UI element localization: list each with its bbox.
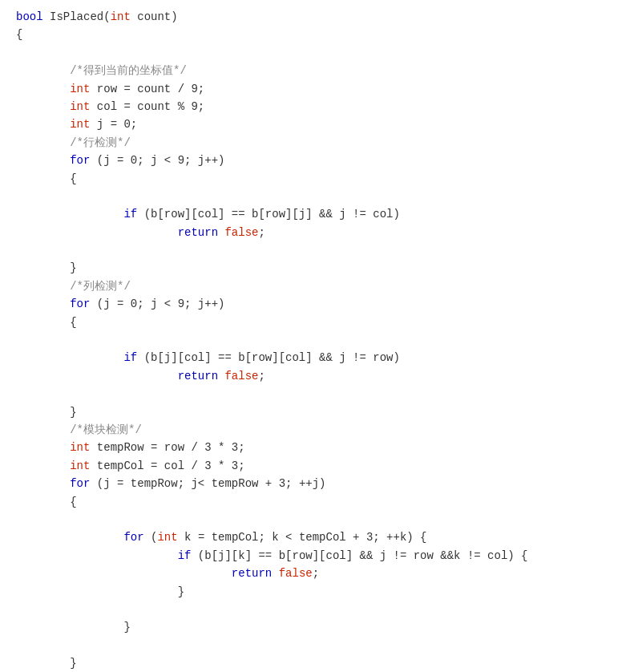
- code-token: IsPlaced(: [43, 10, 111, 23]
- code-token: if: [123, 351, 137, 364]
- code-line: int col = count % 9;: [16, 98, 618, 115]
- code-token: [16, 154, 70, 167]
- code-line: for (int k = tempCol; k < tempCol + 3; +…: [16, 528, 618, 546]
- code-token: false: [224, 226, 258, 239]
- code-token: [16, 136, 70, 149]
- code-token: [16, 423, 70, 436]
- code-token: tempCol = col / 3 * 3;: [90, 459, 244, 472]
- code-token: {: [16, 172, 77, 185]
- code-token: (j = tempRow; j< tempRow + 3; ++j): [90, 477, 325, 490]
- code-line: for (j = 0; j < 9; j++): [16, 295, 618, 313]
- code-line: return false;: [16, 565, 618, 582]
- code-editor: bool IsPlaced(int count){ /*得到当前的坐标值*/ i…: [0, 0, 634, 672]
- code-token: ;: [258, 226, 265, 239]
- code-token: [16, 370, 178, 383]
- code-token: j = 0;: [90, 118, 137, 131]
- code-token: if: [123, 208, 137, 221]
- code-token: int: [157, 531, 177, 544]
- code-line: /*得到当前的坐标值*/: [16, 62, 618, 79]
- code-line: bool IsPlaced(int count): [16, 8, 618, 26]
- code-line: [16, 188, 618, 205]
- code-token: (b[j][col] == b[row][col] && j != row): [137, 351, 400, 364]
- code-token: /*列检测*/: [70, 280, 131, 293]
- code-token: [16, 531, 123, 544]
- code-token: false: [224, 370, 258, 383]
- code-token: int: [70, 100, 90, 113]
- code-token: [16, 100, 70, 113]
- code-token: if: [178, 549, 192, 562]
- code-token: }: [16, 406, 77, 419]
- code-line: for (j = tempRow; j< tempRow + 3; ++j): [16, 475, 618, 492]
- code-line: /*行检测*/: [16, 134, 618, 152]
- code-token: count): [131, 10, 178, 23]
- code-line: [16, 511, 618, 528]
- code-line: {: [16, 170, 618, 188]
- code-token: }: [16, 585, 184, 598]
- code-token: int: [70, 118, 90, 131]
- code-token: for: [70, 298, 90, 310]
- code-line: }: [16, 618, 618, 636]
- code-line: }: [16, 583, 618, 601]
- code-token: {: [16, 316, 77, 329]
- code-token: [16, 459, 70, 472]
- code-token: (: [144, 531, 158, 544]
- code-line: }: [16, 654, 618, 672]
- code-token: [16, 549, 178, 562]
- code-line: for (j = 0; j < 9; j++): [16, 152, 618, 169]
- code-line: {: [16, 493, 618, 511]
- code-token: [16, 280, 70, 293]
- code-token: false: [279, 567, 313, 580]
- code-token: [16, 477, 70, 490]
- code-token: (j = 0; j < 9; j++): [90, 298, 224, 310]
- code-token: return: [178, 370, 218, 383]
- code-token: for: [70, 154, 90, 167]
- code-line: if (b[j][k] == b[row][col] && j != row &…: [16, 547, 618, 565]
- code-token: [16, 441, 70, 454]
- code-token: {: [16, 496, 77, 508]
- code-line: if (b[row][col] == b[row][j] && j != col…: [16, 205, 618, 223]
- code-token: /*得到当前的坐标值*/: [70, 64, 187, 77]
- code-line: {: [16, 26, 618, 43]
- code-token: int: [70, 441, 90, 454]
- code-line: int row = count / 9;: [16, 80, 618, 98]
- code-token: [16, 64, 70, 77]
- code-line: [16, 385, 618, 403]
- code-token: [272, 567, 278, 580]
- code-token: [16, 208, 123, 221]
- code-token: }: [16, 621, 131, 634]
- code-line: [16, 241, 618, 259]
- code-token: ;: [313, 567, 319, 580]
- code-token: tempRow = row / 3 * 3;: [90, 441, 244, 454]
- code-token: [16, 298, 70, 310]
- code-line: if (b[j][col] == b[row][col] && j != row…: [16, 349, 618, 366]
- code-token: row = count / 9;: [90, 83, 204, 95]
- code-token: (j = 0; j < 9; j++): [90, 154, 224, 167]
- code-token: col = count % 9;: [90, 100, 204, 113]
- code-token: for: [123, 531, 143, 544]
- code-line: int tempRow = row / 3 * 3;: [16, 439, 618, 456]
- code-token: ;: [258, 370, 265, 383]
- code-token: int: [70, 83, 90, 95]
- code-token: (b[j][k] == b[row][col] && j != row &&k …: [191, 549, 527, 562]
- code-line: }: [16, 259, 618, 277]
- code-token: k = tempCol; k < tempCol + 3; ++k) {: [178, 531, 427, 544]
- code-token: {: [16, 28, 22, 41]
- code-token: return: [232, 567, 272, 580]
- code-token: [16, 567, 232, 580]
- code-line: /*模块检测*/: [16, 421, 618, 439]
- code-line: int tempCol = col / 3 * 3;: [16, 457, 618, 475]
- code-token: int: [70, 459, 90, 472]
- code-token: return: [178, 226, 218, 239]
- code-token: (b[row][col] == b[row][j] && j != col): [137, 208, 400, 221]
- code-token: }: [16, 657, 77, 670]
- code-line: [16, 601, 618, 618]
- code-token: /*行检测*/: [70, 136, 131, 149]
- code-token: [16, 83, 70, 95]
- code-line: {: [16, 314, 618, 331]
- code-token: int: [111, 10, 131, 23]
- code-line: }: [16, 403, 618, 421]
- code-line: int j = 0;: [16, 115, 618, 133]
- code-line: return false;: [16, 367, 618, 385]
- code-line: [16, 637, 618, 654]
- code-line: /*列检测*/: [16, 277, 618, 295]
